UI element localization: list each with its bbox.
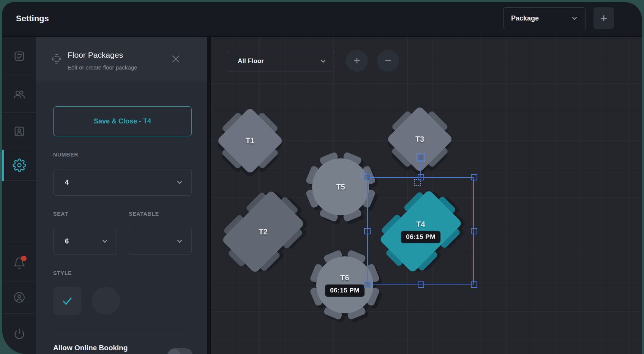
number-label: NUMBER xyxy=(53,152,78,158)
close-icon xyxy=(170,54,181,64)
floor-canvas[interactable]: All Floor + − T1T2T3T406:15 PMT5T606:15 … xyxy=(207,37,642,354)
table-label: T5 xyxy=(336,183,345,191)
power-icon xyxy=(13,327,26,340)
number-select[interactable]: 4 xyxy=(53,169,192,196)
floor-table-t4[interactable]: T406:15 PM xyxy=(379,190,463,273)
style-option-square[interactable] xyxy=(53,287,81,315)
resize-handle-w[interactable] xyxy=(364,228,371,234)
seatable-label: SEATABLE xyxy=(129,211,159,217)
panel-title: Floor Packages xyxy=(68,51,123,60)
chevron-down-icon xyxy=(320,58,327,65)
tasks-icon xyxy=(13,50,26,63)
rotate-handle[interactable] xyxy=(418,154,424,161)
resize-handle-se[interactable] xyxy=(471,281,477,288)
sidebar-item-guests[interactable] xyxy=(2,76,36,113)
sidebar-item-logout[interactable] xyxy=(2,314,36,354)
sidebar-item-account[interactable] xyxy=(2,281,36,314)
table-icon xyxy=(51,54,62,64)
table-time-badge: 06:15 PM xyxy=(325,284,365,297)
chevron-down-icon xyxy=(176,238,183,245)
panel-subtitle: Edit or create floor package xyxy=(68,64,137,71)
check-icon xyxy=(61,294,74,307)
floor-packages-panel: Floor Packages Edit or create floor pack… xyxy=(36,37,207,354)
allow-online-booking-label: Allow Online Booking xyxy=(53,344,128,352)
floor-table-t2[interactable]: T2 xyxy=(221,190,305,274)
resize-handle-sw[interactable] xyxy=(364,281,371,288)
resize-handle-nw[interactable] xyxy=(364,174,371,180)
package-dropdown-value: Package xyxy=(511,14,539,22)
style-option-circle[interactable] xyxy=(92,287,120,315)
sidebar-item-contacts[interactable] xyxy=(2,113,36,150)
notification-alert-dot xyxy=(21,256,27,261)
number-value: 4 xyxy=(65,179,69,186)
zoom-in-button[interactable]: + xyxy=(346,50,368,72)
table-label: T3 xyxy=(415,135,424,144)
chevron-down-icon xyxy=(571,15,578,22)
resize-handle-e[interactable] xyxy=(471,228,477,234)
top-bar: Settings Package + xyxy=(2,2,642,37)
account-icon xyxy=(13,291,26,304)
table-time-badge: 06:15 PM xyxy=(401,231,440,243)
chevron-down-icon xyxy=(101,238,108,245)
chevron-down-icon xyxy=(176,179,183,186)
floor-table-t1[interactable]: T1 xyxy=(216,107,284,174)
floor-table-t3[interactable]: T3 xyxy=(386,106,453,173)
table-label: T6 xyxy=(340,273,349,282)
table-label: T1 xyxy=(245,136,254,145)
resize-handle-ne[interactable] xyxy=(471,174,477,180)
sidebar-item-settings[interactable] xyxy=(2,150,36,181)
save-close-button[interactable]: Save & Close - T4 xyxy=(53,106,192,136)
divider xyxy=(53,331,192,331)
resize-handle-n[interactable] xyxy=(418,174,424,180)
page-title: Settings xyxy=(16,14,49,24)
floor-table-t5[interactable]: T5 xyxy=(312,158,369,215)
style-label: STYLE xyxy=(53,270,72,276)
sidebar-item-tasks[interactable] xyxy=(2,37,36,76)
floor-filter-value: All Floor xyxy=(238,57,264,65)
sidebar xyxy=(2,37,36,354)
guests-icon xyxy=(13,87,26,101)
app-window: Settings Package + xyxy=(2,2,642,354)
package-dropdown[interactable]: Package xyxy=(503,7,586,29)
sidebar-item-notifications[interactable] xyxy=(2,245,36,281)
close-panel-button[interactable] xyxy=(170,54,181,64)
table-label: T2 xyxy=(259,228,267,236)
add-package-button[interactable]: + xyxy=(593,7,614,29)
floor-filter-dropdown[interactable]: All Floor xyxy=(226,51,335,71)
zoom-out-button[interactable]: − xyxy=(377,50,399,72)
table-label: T4 xyxy=(416,220,425,229)
seat-label: SEAT xyxy=(53,211,68,217)
seat-value: 6 xyxy=(65,237,69,245)
allow-online-booking-toggle[interactable] xyxy=(167,348,193,354)
seatable-select[interactable] xyxy=(129,228,192,254)
panel-header: Floor Packages Edit or create floor pack… xyxy=(36,37,207,82)
seat-select[interactable]: 6 xyxy=(53,228,117,254)
resize-handle-s[interactable] xyxy=(418,281,424,288)
settings-gear-icon xyxy=(13,158,26,172)
contacts-icon xyxy=(13,125,26,138)
active-item-indicator xyxy=(2,150,4,181)
